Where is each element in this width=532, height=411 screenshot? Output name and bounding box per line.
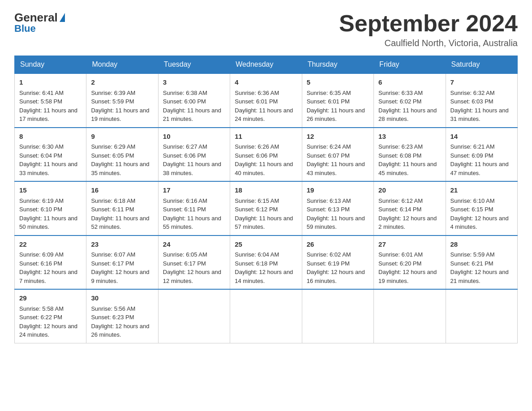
day-cell-12: 12Sunrise: 6:24 AMSunset: 6:07 PMDayligh… <box>302 128 373 182</box>
sunrise-text: Sunrise: 6:02 AM <box>307 251 351 258</box>
day-cell-24: 24Sunrise: 6:05 AMSunset: 6:17 PMDayligh… <box>158 235 230 290</box>
day-cell-2: 2Sunrise: 6:39 AMSunset: 5:59 PMDaylight… <box>86 73 158 128</box>
day-number: 11 <box>235 132 297 142</box>
day-cell-19: 19Sunrise: 6:13 AMSunset: 6:13 PMDayligh… <box>302 181 373 235</box>
daylight-text: Daylight: 11 hours and 57 minutes. <box>235 215 293 231</box>
logo-triangle-icon <box>60 13 65 22</box>
daylight-text: Daylight: 12 hours and 16 minutes. <box>307 269 365 284</box>
daylight-text: Daylight: 11 hours and 40 minutes. <box>235 161 293 176</box>
day-cell-23: 23Sunrise: 6:07 AMSunset: 6:17 PMDayligh… <box>86 235 158 290</box>
day-number: 20 <box>378 185 441 196</box>
day-number: 14 <box>450 132 513 142</box>
page-header: General Blue September 2024 Caulfield No… <box>14 11 518 48</box>
empty-cell <box>158 289 230 343</box>
day-number: 21 <box>450 185 513 196</box>
day-cell-10: 10Sunrise: 6:27 AMSunset: 6:06 PMDayligh… <box>158 128 230 182</box>
day-number: 30 <box>91 293 153 304</box>
day-number: 28 <box>450 240 513 250</box>
daylight-text: Daylight: 12 hours and 19 minutes. <box>378 269 437 284</box>
day-header-saturday: Saturday <box>446 56 517 74</box>
day-number: 6 <box>378 77 441 88</box>
day-cell-11: 11Sunrise: 6:26 AMSunset: 6:06 PMDayligh… <box>230 128 302 182</box>
daylight-text: Daylight: 11 hours and 17 minutes. <box>19 107 77 123</box>
week-row-3: 15Sunrise: 6:19 AMSunset: 6:10 PMDayligh… <box>15 181 518 235</box>
sunset-text: Sunset: 6:08 PM <box>378 152 421 159</box>
sunset-text: Sunset: 6:07 PM <box>307 152 350 159</box>
sunset-text: Sunset: 6:10 PM <box>19 206 62 213</box>
sunrise-text: Sunrise: 6:29 AM <box>91 143 135 150</box>
sunset-text: Sunset: 6:11 PM <box>163 206 206 213</box>
daylight-text: Daylight: 11 hours and 19 minutes. <box>91 107 149 123</box>
logo-blue-text: Blue <box>14 23 36 34</box>
sunset-text: Sunset: 6:19 PM <box>307 260 350 267</box>
sunrise-text: Sunrise: 6:39 AM <box>91 90 135 96</box>
daylight-text: Daylight: 11 hours and 35 minutes. <box>91 161 149 176</box>
day-cell-15: 15Sunrise: 6:19 AMSunset: 6:10 PMDayligh… <box>15 181 86 235</box>
day-cell-28: 28Sunrise: 5:59 AMSunset: 6:21 PMDayligh… <box>446 235 517 290</box>
empty-cell <box>374 289 446 343</box>
day-cell-8: 8Sunrise: 6:30 AMSunset: 6:04 PMDaylight… <box>15 128 86 182</box>
day-number: 26 <box>307 240 369 250</box>
day-number: 16 <box>91 185 153 196</box>
sunset-text: Sunset: 6:05 PM <box>91 152 134 159</box>
day-header-friday: Friday <box>374 56 446 74</box>
daylight-text: Daylight: 12 hours and 21 minutes. <box>450 269 509 284</box>
day-cell-26: 26Sunrise: 6:02 AMSunset: 6:19 PMDayligh… <box>302 235 373 290</box>
sunrise-text: Sunrise: 6:04 AM <box>235 251 279 258</box>
daylight-text: Daylight: 11 hours and 50 minutes. <box>19 215 77 231</box>
sunset-text: Sunset: 6:09 PM <box>450 152 493 159</box>
title-section: September 2024 Caulfield North, Victoria… <box>339 11 518 48</box>
daylight-text: Daylight: 12 hours and 4 minutes. <box>450 215 509 231</box>
sunset-text: Sunset: 6:04 PM <box>19 152 62 159</box>
week-row-5: 29Sunrise: 5:58 AMSunset: 6:22 PMDayligh… <box>15 289 518 343</box>
day-cell-14: 14Sunrise: 6:21 AMSunset: 6:09 PMDayligh… <box>446 128 517 182</box>
day-header-thursday: Thursday <box>302 56 373 74</box>
sunrise-text: Sunrise: 6:21 AM <box>450 143 495 150</box>
week-row-1: 1Sunrise: 6:41 AMSunset: 5:58 PMDaylight… <box>15 73 518 128</box>
daylight-text: Daylight: 12 hours and 2 minutes. <box>378 215 437 231</box>
sunrise-text: Sunrise: 6:38 AM <box>163 90 207 96</box>
day-header-tuesday: Tuesday <box>158 56 230 74</box>
days-header-row: SundayMondayTuesdayWednesdayThursdayFrid… <box>15 56 518 74</box>
sunset-text: Sunset: 6:20 PM <box>378 260 421 267</box>
sunrise-text: Sunrise: 6:35 AM <box>307 90 351 96</box>
daylight-text: Daylight: 11 hours and 59 minutes. <box>307 215 365 231</box>
day-cell-18: 18Sunrise: 6:15 AMSunset: 6:12 PMDayligh… <box>230 181 302 235</box>
day-cell-3: 3Sunrise: 6:38 AMSunset: 6:00 PMDaylight… <box>158 73 230 128</box>
day-number: 10 <box>163 132 225 142</box>
sunset-text: Sunset: 6:11 PM <box>91 206 134 213</box>
daylight-text: Daylight: 12 hours and 12 minutes. <box>163 269 221 284</box>
sunrise-text: Sunrise: 6:07 AM <box>91 251 135 258</box>
sunset-text: Sunset: 6:01 PM <box>235 98 278 105</box>
day-number: 2 <box>91 77 153 88</box>
day-number: 22 <box>19 240 82 250</box>
daylight-text: Daylight: 12 hours and 14 minutes. <box>235 269 293 284</box>
sunrise-text: Sunrise: 6:09 AM <box>19 251 64 258</box>
sunrise-text: Sunrise: 5:56 AM <box>91 305 135 312</box>
sunrise-text: Sunrise: 6:10 AM <box>450 197 495 204</box>
day-number: 13 <box>378 132 441 142</box>
day-number: 24 <box>163 240 225 250</box>
daylight-text: Daylight: 11 hours and 24 minutes. <box>235 107 293 123</box>
sunset-text: Sunset: 6:12 PM <box>235 206 278 213</box>
day-header-wednesday: Wednesday <box>230 56 302 74</box>
daylight-text: Daylight: 12 hours and 7 minutes. <box>19 269 77 284</box>
sunrise-text: Sunrise: 6:41 AM <box>19 90 64 96</box>
sunrise-text: Sunrise: 6:26 AM <box>235 143 279 150</box>
day-cell-22: 22Sunrise: 6:09 AMSunset: 6:16 PMDayligh… <box>15 235 86 290</box>
sunset-text: Sunset: 6:06 PM <box>163 152 206 159</box>
day-number: 19 <box>307 185 369 196</box>
sunrise-text: Sunrise: 6:24 AM <box>307 143 351 150</box>
sunrise-text: Sunrise: 6:05 AM <box>163 251 207 258</box>
sunrise-text: Sunrise: 6:30 AM <box>19 143 64 150</box>
sunset-text: Sunset: 6:14 PM <box>378 206 421 213</box>
day-number: 3 <box>163 77 225 88</box>
sunrise-text: Sunrise: 6:18 AM <box>91 197 135 204</box>
sunrise-text: Sunrise: 6:19 AM <box>19 197 64 204</box>
sunrise-text: Sunrise: 6:15 AM <box>235 197 279 204</box>
daylight-text: Daylight: 11 hours and 21 minutes. <box>163 107 221 123</box>
day-number: 9 <box>91 132 153 142</box>
daylight-text: Daylight: 11 hours and 55 minutes. <box>163 215 221 231</box>
sunset-text: Sunset: 5:58 PM <box>19 98 62 105</box>
daylight-text: Daylight: 12 hours and 26 minutes. <box>91 323 149 338</box>
